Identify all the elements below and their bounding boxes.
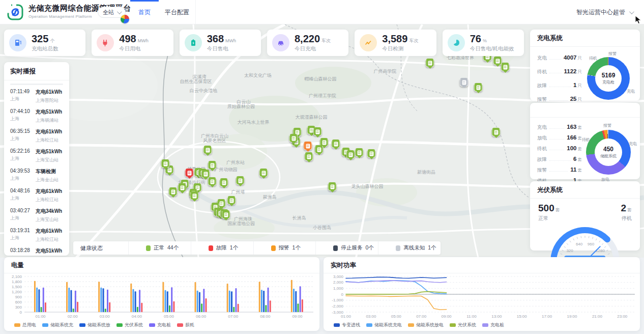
map-place-label: 自然生态保育区 bbox=[180, 78, 212, 85]
svg-text:1,500: 1,500 bbox=[12, 285, 22, 289]
station-pin-glyph bbox=[171, 189, 175, 194]
legend-item-总用电[interactable]: 总用电 bbox=[14, 322, 36, 328]
energy-bar-chart[interactable]: 03006009001,2001,5001,8002,10001:0002:00… bbox=[4, 273, 319, 320]
legend-swatch bbox=[14, 323, 20, 327]
donut-center-label: 储能系统 bbox=[600, 153, 617, 159]
station-pin-green[interactable] bbox=[328, 182, 337, 191]
broadcast-event: 充电34kWh bbox=[36, 208, 62, 215]
status-row-label: 故障 bbox=[537, 82, 547, 89]
kpi-card-4: 8,220车次今日充电 bbox=[267, 30, 348, 56]
legend-item-损耗[interactable]: 损耗 bbox=[177, 322, 194, 328]
station-pin-green[interactable] bbox=[220, 178, 228, 187]
station-pin-glyph bbox=[348, 152, 353, 157]
station-pin-red[interactable] bbox=[185, 169, 194, 177]
legend-item-储能系统放[interactable]: 储能系统放 bbox=[79, 322, 110, 328]
station-pin-green[interactable] bbox=[426, 59, 434, 67]
legend-swatch bbox=[177, 323, 183, 327]
station-pin-glyph bbox=[180, 185, 184, 190]
health-label: 正常 bbox=[154, 244, 164, 252]
kpi-value: 3,589车次 bbox=[382, 34, 418, 44]
legend-item-储能系统充电[interactable]: 储能系统充电 bbox=[366, 322, 402, 328]
tab-platform-config[interactable]: 平台配置 bbox=[162, 0, 192, 24]
user-menu[interactable]: 智光运营中心超管 bbox=[576, 0, 633, 24]
legend-label: 储能系统放电 bbox=[416, 322, 444, 328]
legend-item-专变进线[interactable]: 专变进线 bbox=[334, 322, 360, 328]
svg-text:09:00: 09:00 bbox=[292, 314, 303, 319]
station-pin-green[interactable] bbox=[346, 150, 355, 159]
station-pin-green[interactable] bbox=[208, 177, 217, 186]
legend-item-储能系统放电[interactable]: 储能系统放电 bbox=[408, 322, 444, 328]
station-pin-green[interactable] bbox=[367, 149, 376, 158]
station-pin-green[interactable] bbox=[208, 161, 217, 170]
pie-icon bbox=[448, 34, 465, 51]
legend-swatch bbox=[334, 323, 340, 327]
broadcast-item: 03:19:31上海充电61kWh上海松江站 bbox=[10, 225, 63, 245]
station-pin-green[interactable] bbox=[492, 128, 501, 136]
station-pin-green[interactable] bbox=[178, 183, 187, 192]
legend-item-光伏系统[interactable]: 光伏系统 bbox=[116, 322, 143, 328]
station-pin-green[interactable] bbox=[203, 146, 212, 154]
status-row-unit: 只 bbox=[578, 97, 582, 103]
broadcast-item-left: 03:18:28上海 bbox=[10, 247, 36, 256]
health-dot bbox=[333, 245, 338, 251]
kpi-card-row: 325个充电站总数498MWh今日用电368MWh今日售电8,220车次今日充电… bbox=[4, 30, 524, 56]
health-count: 44个 bbox=[167, 244, 179, 252]
status-row-value: 6 bbox=[573, 156, 576, 162]
mouse-cursor bbox=[635, 15, 642, 24]
power-line-chart[interactable]: -3,000-2,000-1,00001,0002,0003,00001:000… bbox=[324, 273, 640, 320]
station-pin-green[interactable] bbox=[474, 83, 483, 92]
station-pin-green[interactable] bbox=[201, 170, 210, 178]
broadcast-station: 上海松江站 bbox=[36, 197, 62, 203]
station-pin-green[interactable] bbox=[332, 140, 340, 148]
station-pin-green[interactable] bbox=[190, 191, 199, 200]
kpi-value: 76% bbox=[470, 34, 514, 44]
svg-text:320: 320 bbox=[566, 248, 573, 253]
legend-item-光伏系统[interactable]: 光伏系统 bbox=[450, 322, 476, 328]
broadcast-list[interactable]: 07:11:49上海充电61kWh上海普陀站07:44:10上海充电51kWh上… bbox=[4, 80, 69, 256]
legend-item-充电桩[interactable]: 充电桩 bbox=[149, 322, 171, 328]
donut-callout-充电: 充电 bbox=[627, 89, 635, 94]
legend-item-充电桩[interactable]: 充电桩 bbox=[482, 322, 504, 328]
station-pin-green[interactable] bbox=[161, 159, 170, 168]
station-pin-glyph bbox=[222, 180, 226, 185]
broadcast-time: 05:22:16 bbox=[10, 148, 36, 154]
broadcast-item-left: 07:11:49上海 bbox=[10, 89, 36, 104]
station-pin-gray[interactable] bbox=[460, 78, 469, 87]
legend-swatch bbox=[450, 323, 456, 327]
station-pin-glyph bbox=[494, 130, 498, 134]
station-pin-green[interactable] bbox=[315, 145, 324, 154]
svg-text:09:00: 09:00 bbox=[442, 314, 452, 319]
station-pin-green[interactable] bbox=[236, 176, 245, 185]
legend-item-储能系统充[interactable]: 储能系统充 bbox=[42, 322, 73, 328]
broadcast-item: 04:39:53上海车辆检测上海金山站 bbox=[10, 165, 63, 185]
tab-home[interactable]: 首页 bbox=[130, 0, 159, 24]
health-dot bbox=[271, 245, 276, 251]
station-pin-green[interactable] bbox=[259, 169, 268, 177]
svg-text:13:00: 13:00 bbox=[491, 314, 502, 319]
station-pin-green[interactable] bbox=[313, 127, 322, 136]
station-pin-orange[interactable] bbox=[304, 142, 312, 150]
broadcast-city: 上海 bbox=[10, 155, 36, 162]
kpi-label: 今日用电 bbox=[119, 45, 148, 52]
station-pin-green[interactable] bbox=[289, 134, 298, 143]
station-pin-green[interactable] bbox=[355, 148, 364, 157]
station-pin-green[interactable] bbox=[227, 196, 236, 205]
station-pin-green[interactable] bbox=[169, 187, 178, 196]
station-pin-green[interactable] bbox=[501, 63, 510, 71]
dotted-leader bbox=[549, 100, 568, 101]
svg-text:04:00: 04:00 bbox=[132, 314, 142, 319]
svg-text:15:00: 15:00 bbox=[517, 314, 528, 319]
status-row-label: 充电 bbox=[537, 124, 547, 131]
legend-swatch bbox=[482, 323, 488, 327]
broadcast-event: 充电61kWh bbox=[36, 228, 62, 235]
map-place-label: 琶洲岛 bbox=[263, 194, 277, 201]
legend-swatch bbox=[366, 323, 372, 327]
health-count: 0个 bbox=[365, 244, 373, 252]
kpi-value: 498MWh bbox=[119, 34, 148, 44]
station-pin-green[interactable] bbox=[222, 210, 230, 219]
kpi-text: 498MWh今日用电 bbox=[119, 34, 148, 52]
broadcast-item-right: 充电61kWh上海松江站 bbox=[36, 188, 62, 203]
broadcast-item-left: 05:22:16上海 bbox=[10, 148, 36, 163]
legend-label: 充电桩 bbox=[157, 322, 171, 328]
broadcast-time: 03:19:31 bbox=[10, 228, 36, 233]
